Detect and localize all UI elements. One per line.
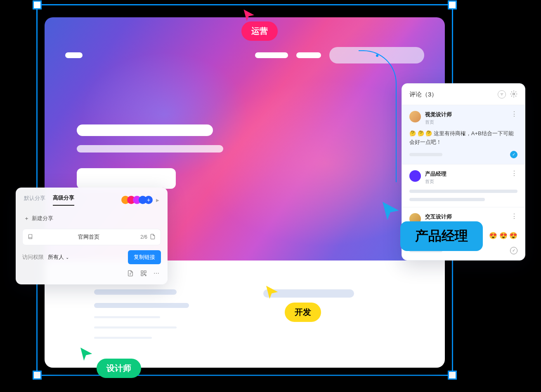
cursor-icon	[380, 200, 403, 223]
copy-link-button[interactable]: 复制链接	[128, 250, 161, 264]
share-tab-advanced[interactable]: 高级分享	[53, 194, 74, 206]
share-panel: 默认分享 高级分享 + ▶ ＋ 新建分享 官网首页 2/6 访问权限 所有人 ⌄…	[16, 188, 168, 284]
new-share-label: 新建分享	[32, 215, 53, 222]
comment-more-icon[interactable]: ⋮	[511, 111, 517, 117]
plus-icon: ＋	[24, 215, 29, 222]
chevron-right-icon[interactable]: ▶	[156, 198, 159, 202]
share-tab-default[interactable]: 默认分享	[24, 195, 45, 205]
resize-handle-br[interactable]	[448, 371, 457, 380]
add-color-button[interactable]: +	[144, 196, 153, 204]
cursor-icon	[78, 346, 95, 363]
comments-title: 评论（3）	[409, 91, 437, 99]
svg-rect-2	[141, 274, 143, 276]
comment-author: 视觉设计师	[425, 111, 507, 118]
collaborator-cursor-designer: 设计师	[78, 346, 141, 378]
comment-page: 首页	[425, 178, 507, 185]
comment-more-icon[interactable]: ⋮	[511, 213, 517, 220]
hero-content	[77, 124, 223, 189]
qr-icon[interactable]	[140, 270, 147, 278]
resize-handle-tr[interactable]	[448, 0, 457, 9]
share-item-row[interactable]: 官网首页 2/6	[22, 229, 161, 245]
access-value-text: 所有人	[48, 254, 64, 261]
reply-placeholder	[409, 153, 442, 156]
hero-nav	[65, 47, 424, 63]
comment-body: 🤔 🤔 🤔 这里有待商榷，A+B结合一下可能会好一点吧！	[409, 129, 517, 147]
share-item-title: 官网首页	[37, 233, 140, 241]
placeholder-bar	[94, 337, 152, 339]
svg-rect-3	[144, 274, 145, 275]
placeholder-bar	[94, 289, 177, 295]
nav-search-placeholder	[329, 47, 424, 63]
collaborator-cursor-dev: 开发	[264, 284, 321, 322]
cursor-label-text: 运营	[241, 21, 278, 41]
comment-item[interactable]: 视觉设计师 首页 ⋮ 🤔 🤔 🤔 这里有待商榷，A+B结合一下可能会好一点吧！ …	[402, 105, 525, 164]
access-label: 访问权限	[22, 254, 44, 261]
access-dropdown[interactable]: 所有人 ⌄	[48, 254, 69, 261]
resolve-check-icon[interactable]: ✓	[510, 151, 517, 158]
hero-cta-placeholder	[77, 168, 176, 189]
comment-author: 产品经理	[425, 170, 507, 178]
hero-title-placeholder	[77, 124, 213, 136]
comment-reactions[interactable]: 😍 😍 😍	[489, 232, 517, 239]
cursor-icon	[264, 284, 281, 301]
svg-rect-0	[141, 271, 143, 273]
settings-icon[interactable]	[510, 90, 517, 99]
new-share-button[interactable]: ＋ 新建分享	[16, 211, 168, 229]
share-item-count: 2/6	[140, 234, 147, 240]
comment-body-placeholder	[409, 190, 517, 193]
page-icon	[150, 234, 156, 241]
nav-item-placeholder	[296, 52, 321, 58]
placeholder-bar	[94, 326, 177, 329]
cursor-label-text: 产品经理	[400, 221, 483, 251]
hero-subtitle-placeholder	[77, 145, 223, 153]
cursor-icon	[242, 8, 257, 23]
resolve-check-icon[interactable]: ✓	[510, 247, 517, 254]
more-icon[interactable]: ⋯	[154, 270, 159, 278]
book-icon	[28, 234, 33, 241]
chevron-down-icon: ⌄	[66, 255, 69, 260]
resize-handle-bl[interactable]	[33, 371, 42, 380]
cursor-label-text: 设计师	[97, 359, 141, 378]
placeholder-bar	[94, 316, 160, 318]
svg-rect-1	[144, 271, 146, 273]
comment-page: 首页	[425, 119, 507, 125]
placeholder-bar	[94, 303, 189, 308]
svg-point-8	[513, 93, 515, 95]
nav-logo-placeholder	[65, 52, 83, 58]
annotation-anchor-dot	[376, 54, 378, 57]
svg-rect-4	[145, 275, 146, 276]
collaborator-cursor-operation: 运营	[241, 8, 278, 41]
cursor-label-text: 开发	[285, 303, 321, 322]
nav-item-placeholder	[255, 52, 288, 58]
avatar	[409, 111, 421, 122]
file-icon[interactable]	[127, 270, 134, 278]
resize-handle-tl[interactable]	[33, 0, 42, 9]
filter-icon[interactable]	[498, 90, 506, 99]
share-color-swatches: + ▶	[121, 196, 159, 204]
avatar	[409, 170, 421, 182]
collaborator-cursor-pm: 产品经理	[380, 200, 483, 251]
comment-more-icon[interactable]: ⋮	[511, 170, 517, 177]
